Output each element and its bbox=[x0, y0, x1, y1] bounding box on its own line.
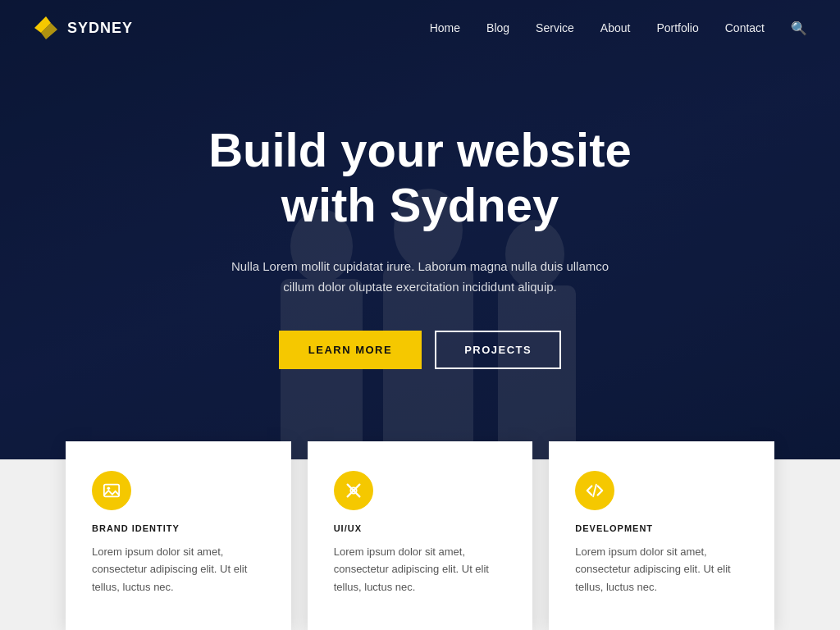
card-development: DEVELOPMENT Lorem ipsum dolor sit amet, … bbox=[549, 441, 774, 630]
main-nav: Home Blog Service About Portfolio Contac… bbox=[430, 21, 807, 36]
svg-line-13 bbox=[594, 485, 597, 497]
development-title: DEVELOPMENT bbox=[575, 523, 748, 533]
nav-blog[interactable]: Blog bbox=[486, 21, 509, 34]
site-header: SYDNEY Home Blog Service About Portfolio… bbox=[0, 0, 840, 56]
hero-section: SYDNEY Home Blog Service About Portfolio… bbox=[0, 0, 840, 459]
hero-subtitle: Nulla Lorem mollit cupidatat irure. Labo… bbox=[223, 256, 617, 298]
nav-service[interactable]: Service bbox=[536, 21, 574, 34]
search-icon[interactable]: 🔍 bbox=[791, 21, 807, 36]
logo[interactable]: SYDNEY bbox=[33, 15, 133, 41]
logo-icon bbox=[33, 15, 59, 41]
hero-content: Build your website with Sydney Nulla Lor… bbox=[0, 0, 840, 459]
brand-identity-title: BRAND IDENTITY bbox=[92, 523, 265, 533]
development-text: Lorem ipsum dolor sit amet, consectetur … bbox=[575, 543, 748, 596]
code-icon bbox=[586, 482, 604, 500]
uiux-title: UI/UX bbox=[334, 523, 507, 533]
nav-home[interactable]: Home bbox=[430, 21, 460, 34]
brand-identity-icon-circle bbox=[92, 471, 131, 510]
brand-identity-text: Lorem ipsum dolor sit amet, consectetur … bbox=[92, 543, 265, 596]
tools-icon bbox=[345, 482, 363, 500]
logo-text: SYDNEY bbox=[67, 20, 133, 37]
image-icon bbox=[103, 482, 121, 500]
uiux-icon-circle bbox=[334, 471, 373, 510]
hero-buttons: LEARN MORE PROJECTS bbox=[279, 331, 561, 369]
nav-about[interactable]: About bbox=[600, 21, 631, 34]
card-uiux: UI/UX Lorem ipsum dolor sit amet, consec… bbox=[308, 441, 533, 630]
card-brand-identity: BRAND IDENTITY Lorem ipsum dolor sit ame… bbox=[66, 441, 291, 630]
uiux-text: Lorem ipsum dolor sit amet, consectetur … bbox=[334, 543, 507, 596]
development-icon-circle bbox=[575, 471, 614, 510]
svg-point-9 bbox=[107, 486, 111, 490]
cards-section: BRAND IDENTITY Lorem ipsum dolor sit ame… bbox=[0, 441, 840, 630]
nav-portfolio[interactable]: Portfolio bbox=[656, 21, 698, 34]
hero-title: Build your website with Sydney bbox=[208, 123, 632, 232]
learn-more-button[interactable]: LEARN MORE bbox=[279, 331, 422, 369]
svg-rect-8 bbox=[104, 485, 119, 497]
projects-button[interactable]: PROJECTS bbox=[435, 331, 561, 369]
nav-contact[interactable]: Contact bbox=[725, 21, 765, 34]
